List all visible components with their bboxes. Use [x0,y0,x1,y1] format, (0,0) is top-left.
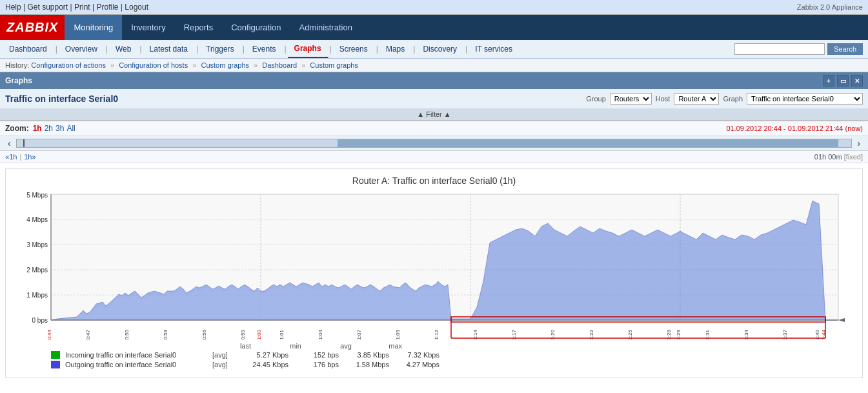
slider-marker [23,139,25,147]
svg-text:21:12: 21:12 [434,329,439,339]
next-arrow[interactable]: › [854,138,863,148]
main-header: ZABBIX Monitoring Inventory Reports Conf… [0,15,868,40]
outgoing-color [51,361,60,368]
zoom-3h[interactable]: 3h [56,124,64,133]
sub-nav-discovery[interactable]: Discovery [416,41,464,57]
breadcrumb-config-actions[interactable]: Configuration of actions [31,61,106,69]
incoming-color [51,351,60,359]
time-slider-bar: ‹ › [0,136,868,151]
section-header: Graphs + ▭ ✕ [0,72,868,89]
outgoing-avg: 1.58 Mbps [344,361,389,368]
outgoing-last: 24.45 Kbps [243,361,288,368]
legend-row-outgoing: Outgoing traffic on interface Serial0 [a… [51,361,817,368]
skip-back-1h[interactable]: 1h [9,153,17,161]
appliance-label: Zabbix 2.0 Appliance [797,3,863,11]
logout-link[interactable]: Logout [125,3,148,12]
svg-text:20:50: 20:50 [124,329,130,339]
incoming-avg-label: [avg] [212,351,238,359]
search-input[interactable] [734,43,825,55]
breadcrumb-dashboard[interactable]: Dashboard [262,61,297,69]
top-links: Help | Get support | Print | Profile | L… [5,3,148,12]
incoming-last: 5.27 Kbps [243,351,288,359]
legend: last min avg max Incoming traffic on int… [12,339,856,371]
slider-thumb [338,139,838,147]
logo: ZABBIX [0,15,65,40]
graph-title-center: Router A: Traffic on interface Serial0 (… [12,176,856,186]
svg-text:20:59: 20:59 [240,329,246,339]
close-icon[interactable]: ✕ [851,75,863,86]
host-select[interactable]: Router A [674,93,719,105]
logo-text: ZABBIX [6,20,58,35]
nav-administration[interactable]: Administration [290,15,361,40]
graph-title: Traffic on interface Serial0 [5,94,580,104]
skip-links: « 1h | 1h » 01h 00m [fixed] [0,151,868,163]
zoom-bar: Zoom: 1h 2h 3h All 01.09.2012 20:44 - 01… [0,121,868,136]
skip-right: 01h 00m [fixed] [814,153,863,161]
breadcrumb-custom-graphs-1[interactable]: Custom graphs [201,61,249,69]
col-max: max [357,342,402,350]
breadcrumb-custom-graphs-2[interactable]: Custom graphs [310,61,358,69]
breadcrumb: History: Configuration of actions » Conf… [0,59,868,72]
graph-container: Router A: Traffic on interface Serial0 (… [5,168,863,378]
zoom-2h[interactable]: 2h [45,124,53,133]
sub-nav-dashboard[interactable]: Dashboard [3,41,54,57]
zoom-label: Zoom: [5,124,29,133]
get-support-link[interactable]: Get support [27,3,68,12]
sub-nav: Dashboard | Overview | Web | Latest data… [0,40,868,59]
group-select[interactable]: Routers [610,93,652,105]
breadcrumb-config-hosts[interactable]: Configuration of hosts [119,61,188,69]
sub-nav-events[interactable]: Events [246,41,283,57]
search-button[interactable]: Search [827,43,863,55]
nav-configuration[interactable]: Configuration [222,15,290,40]
col-min: min [256,342,301,350]
main-graph: 5 Mbps 4 Mbps 3 Mbps 2 Mbps 1 Mbps 0 bps… [12,191,851,339]
prev-arrow[interactable]: ‹ [5,138,14,148]
incoming-min: 152 bps [294,351,339,359]
collapse-icon[interactable]: ▭ [837,75,849,86]
svg-text:20:47: 20:47 [85,329,91,339]
skip-forward-1h[interactable]: 1h [24,153,32,161]
search-area: Search [734,43,865,55]
svg-marker-16 [838,318,845,322]
sub-nav-graphs[interactable]: Graphs [288,40,328,58]
outgoing-avg-label: [avg] [212,361,238,368]
top-bar: Help | Get support | Print | Profile | L… [0,0,868,15]
zoom-all[interactable]: All [66,124,75,133]
sub-nav-triggers[interactable]: Triggers [199,41,241,57]
sub-nav-screens[interactable]: Screens [333,41,375,57]
slider-track[interactable] [16,139,853,148]
outgoing-label: Outgoing traffic on interface Serial0 [65,361,207,368]
print-link[interactable]: Print [74,3,90,12]
svg-text:1 Mbps: 1 Mbps [26,292,48,299]
graph-select[interactable]: Traffic on interface Serial0 [747,93,863,105]
nav-monitoring[interactable]: Monitoring [65,15,122,40]
sub-nav-overview[interactable]: Overview [59,41,105,57]
outgoing-max: 4.27 Mbps [394,361,439,368]
incoming-label: Incoming traffic on interface Serial0 [65,351,207,359]
sub-nav-web[interactable]: Web [109,41,138,57]
col-last: last [206,342,251,350]
nav-inventory[interactable]: Inventory [122,15,174,40]
svg-text:4 Mbps: 4 Mbps [26,216,48,223]
section-header-icons: + ▭ ✕ [823,75,863,86]
nav-reports[interactable]: Reports [175,15,223,40]
filter-bar[interactable]: ▲ Filter ▲ [0,108,868,121]
svg-text:3 Mbps: 3 Mbps [26,241,48,248]
breadcrumb-history: History: [5,61,31,69]
sub-nav-latest-data[interactable]: Latest data [143,41,195,57]
skip-forward-far[interactable]: » [32,153,35,161]
svg-text:2 Mbps: 2 Mbps [26,267,48,274]
sub-nav-maps[interactable]: Maps [379,41,412,57]
sub-nav-it-services[interactable]: IT services [469,41,520,57]
graph-label: Graph [723,95,743,103]
profile-link[interactable]: Profile [96,3,118,12]
zoom-time-range: 01.09.2012 20:44 - 01.09.2012 21:44 (now… [726,125,863,132]
zoom-1h[interactable]: 1h [33,124,42,133]
col-avg: avg [307,342,352,350]
svg-text:21:04: 21:04 [318,329,323,339]
help-link[interactable]: Help [5,3,21,12]
incoming-avg: 3.85 Kbps [344,351,389,359]
duration: 01h 00m [814,153,842,161]
add-icon[interactable]: + [823,75,834,86]
svg-text:20:44: 20:44 [46,329,52,339]
